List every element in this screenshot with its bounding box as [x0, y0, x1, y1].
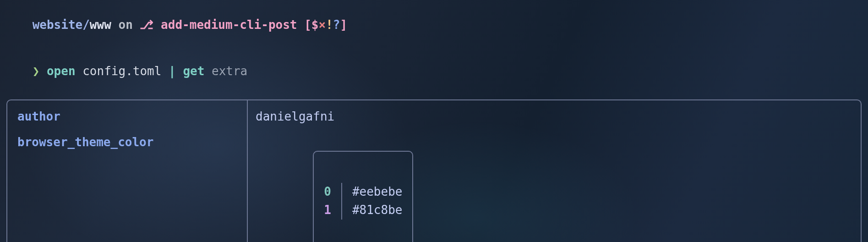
list-item: 1 #81c8be	[314, 201, 412, 220]
val-browser-theme-color: 0 #eebebe 1 #81c8be	[256, 134, 851, 242]
prompt-command-line[interactable]: ❯ open config.toml | get extra	[4, 48, 864, 94]
git-status-close: ]	[340, 18, 347, 32]
output-table: author danielgafni browser_theme_color 0…	[6, 99, 862, 242]
git-status-modified-icon: !	[326, 18, 333, 32]
on-text: on	[111, 18, 140, 32]
list-index-0: 0	[314, 183, 342, 201]
pipe-symbol: |	[169, 64, 176, 78]
key-author: author	[17, 109, 246, 125]
list-item: 0 #eebebe	[314, 183, 412, 201]
val-author: danielgafni	[256, 109, 851, 125]
key-browser-theme-color: browser_theme_color	[17, 134, 246, 151]
cwd-parent: website/	[33, 18, 90, 32]
prompt-caret-icon: ❯	[33, 64, 40, 78]
prompt-context-line: website/www on ⎇ add-medium-cli-post [$×…	[4, 2, 864, 48]
git-branch-name: add-medium-cli-post	[161, 18, 297, 32]
git-branch-icon: ⎇	[140, 18, 153, 32]
cwd-leaf: www	[90, 18, 111, 32]
arg-config-file: config.toml	[82, 64, 161, 78]
column-divider	[247, 100, 248, 242]
nested-list: 0 #eebebe 1 #81c8be	[313, 151, 413, 242]
git-status-open: [	[297, 18, 311, 32]
list-value-0: #eebebe	[342, 183, 413, 201]
git-status-deleted-icon: ×	[319, 18, 326, 32]
git-status-untracked-icon: ?	[333, 18, 340, 32]
arg-extra: extra	[212, 64, 247, 78]
command-open: open	[47, 64, 76, 78]
list-value-1: #81c8be	[342, 201, 413, 220]
command-get: get	[183, 64, 204, 78]
list-index-1: 1	[314, 201, 342, 220]
git-status-stash-icon: $	[311, 18, 319, 32]
table-row: author danielgafni	[17, 109, 851, 125]
table-row: browser_theme_color 0 #eebebe 1 #81c8be	[17, 134, 851, 242]
terminal: website/www on ⎇ add-medium-cli-post [$×…	[0, 0, 868, 242]
